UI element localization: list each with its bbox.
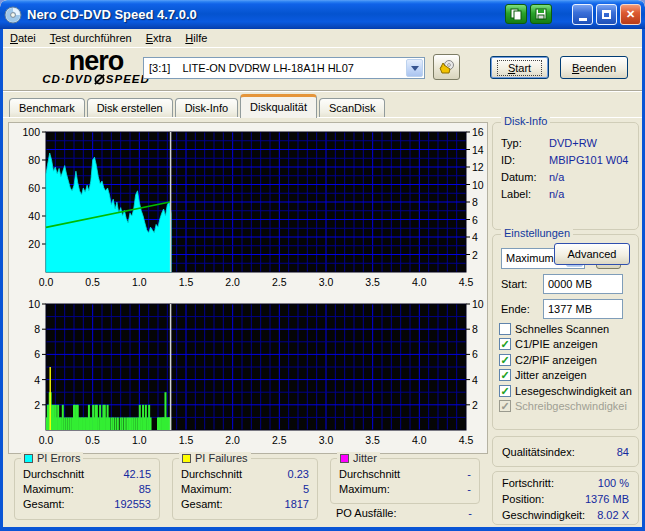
jitter-stats: Jitter Durchschnitt- Maximum:- PO Ausfäl… [330,458,480,519]
tab-diskqualitaet[interactable]: Diskqualität [240,94,317,118]
pi-failures-stats: PI Failures Durchschnitt0.23 Maximum:5 G… [172,458,318,520]
svg-text:3.0: 3.0 [319,434,334,446]
svg-text:0.5: 0.5 [85,434,100,446]
checkbox-checked-icon[interactable]: ✓ [499,369,511,381]
svg-text:2.0: 2.0 [225,276,240,288]
svg-text:60: 60 [28,182,40,194]
svg-text:6: 6 [472,214,478,226]
menu-test-durchfuehren[interactable]: Test durchführen [43,30,139,46]
jitter-stats-title: Jitter [353,452,377,464]
svg-text:2.0: 2.0 [225,434,240,446]
svg-text:100: 100 [22,126,40,138]
checkbox-c1-pie-anzeigen[interactable]: ✓C1/PIE anzeigen [493,337,638,353]
speed-row: Geschwindigkeit:8.02 X [493,507,638,523]
pi-errors-stats: PI Errors Durchschnitt42.15 Maximum:85 G… [14,458,160,520]
svg-text:8: 8 [472,323,478,335]
svg-text:2.5: 2.5 [272,276,287,288]
tab-disk-erstellen[interactable]: Disk erstellen [87,98,173,118]
svg-text:1.0: 1.0 [132,434,147,446]
pi-failures-chart: 1086421086420.00.51.01.52.02.53.03.54.04… [10,296,486,448]
checkbox-checked-icon[interactable]: ✓ [499,385,511,397]
minimize-button[interactable] [572,4,593,25]
floppy-disk-icon[interactable] [530,4,552,24]
checkbox-label: Schnelles Scannen [515,323,609,335]
checkbox-label: Lesegeschwindigkeit an [515,385,632,397]
checkbox-checked-icon[interactable]: ✓ [499,354,511,366]
checkbox-checked-icon[interactable]: ✓ [499,338,511,350]
svg-text:1.5: 1.5 [179,434,194,446]
checkbox-checked-icon: ✓ [499,400,511,412]
end-position-row: Ende: 1377 MB [493,296,638,321]
svg-text:10: 10 [472,298,484,310]
drive-select-dropdown-button[interactable] [406,59,423,77]
drive-name: LITE-ON DVDRW LH-18A1H HL07 [182,62,354,74]
quit-button[interactable]: Beenden [560,56,628,79]
svg-text:14: 14 [472,144,484,156]
checkbox-jitter-anzeigen[interactable]: ✓Jitter anzeigen [493,368,638,384]
minimize-icon [579,18,587,21]
svg-text:4.0: 4.0 [412,276,427,288]
drive-bus: [3:1] [149,62,170,74]
start-position-input[interactable]: 0000 MB [543,274,623,294]
checkbox-lesegeschwindigkeit-an[interactable]: ✓Lesegeschwindigkeit an [493,383,638,399]
hand-eject-icon [438,59,455,76]
menu-hilfe[interactable]: Hilfe [178,30,214,46]
svg-text:4.5: 4.5 [459,434,474,446]
settings-title: Einstellungen [501,227,573,239]
svg-text:3.0: 3.0 [319,276,334,288]
charts-panel: 100806040201614121086420.00.51.01.52.02.… [8,122,488,454]
menu-extra[interactable]: Extra [139,30,179,46]
svg-text:6: 6 [34,348,40,360]
svg-text:1.0: 1.0 [132,276,147,288]
cd-disc-icon [4,6,22,24]
drive-select[interactable]: [3:1] LITE-ON DVDRW LH-18A1H HL07 [143,57,425,79]
svg-text:12: 12 [472,161,484,173]
eject-disc-button[interactable] [433,54,460,80]
disk-info-box: Disk-Info Typ:DVD+RW ID:MBIPG101 W04 Dat… [492,122,639,230]
svg-text:4: 4 [472,231,478,243]
tab-scandisk[interactable]: ScanDisk [319,98,385,118]
start-position-row: Start: 0000 MB [493,271,638,296]
svg-text:4: 4 [34,374,40,386]
logo-disc-icon [94,74,105,85]
tab-benchmark[interactable]: Benchmark [9,98,85,118]
svg-text:6: 6 [472,348,478,360]
start-button[interactable]: Start [490,56,549,79]
header-toolbar: nero CD·DVD SPEED [3:1] LITE-ON DVDRW LH… [3,48,642,91]
copy-pages-icon[interactable] [505,4,527,24]
maximize-button[interactable] [596,4,617,25]
svg-text:2: 2 [472,399,478,411]
pi-errors-stats-title: PI Errors [37,452,80,464]
checkbox-schnelles-scannen[interactable]: Schnelles Scannen [493,321,638,337]
svg-text:80: 80 [28,154,40,166]
menu-datei[interactable]: Datei [3,30,43,46]
close-button[interactable]: ✕ [620,4,641,25]
svg-text:3.5: 3.5 [365,434,380,446]
svg-text:8: 8 [34,323,40,335]
svg-text:0.0: 0.0 [39,276,54,288]
advanced-button[interactable]: Advanced [554,243,630,265]
scan-options-list: Schnelles Scannen✓C1/PIE anzeigen✓C2/PIF… [493,321,638,414]
checkbox-c2-pif-anzeigen[interactable]: ✓C2/PIF anzeigen [493,352,638,368]
close-icon: ✕ [626,8,635,21]
quality-index-label: Qualitätsindex: [502,446,575,458]
tab-disk-info[interactable]: Disk-Info [175,98,238,118]
settings-box: Einstellungen Maximum ↻ Start: 0000 MB E… [492,234,639,430]
svg-text:4.5: 4.5 [459,276,474,288]
jitter-swatch [340,454,349,463]
end-position-input[interactable]: 1377 MB [543,299,623,319]
svg-text:4: 4 [472,374,478,386]
app-window: Nero CD-DVD Speed 4.7.0.0 ✕ Datei Test d… [0,0,645,531]
checkbox-unchecked-icon[interactable] [499,323,511,335]
svg-text:10: 10 [472,179,484,191]
disk-date-row: Datum:n/a [493,169,638,186]
svg-text:10: 10 [28,298,40,310]
svg-text:20: 20 [28,238,40,250]
quit-button-label: Beenden [572,62,616,74]
pi-errors-swatch [24,454,33,463]
po-failures-row: PO Ausfälle: - [330,504,480,519]
maximize-icon [602,10,611,19]
logo-cddvd-text: CD·DVD [42,73,93,85]
window-title: Nero CD-DVD Speed 4.7.0.0 [27,7,197,22]
disk-info-title: Disk-Info [501,115,550,127]
